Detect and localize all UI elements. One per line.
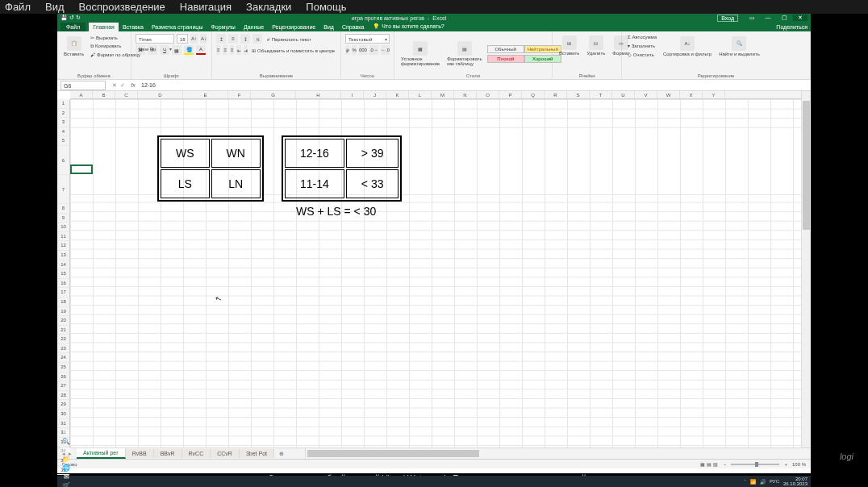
taskbar-app-icon[interactable]: ⊞ [61,428,72,437]
column-header[interactable]: I [341,91,364,98]
column-header[interactable]: K [386,91,409,98]
font-size-select[interactable]: 18 [177,34,188,44]
row-header[interactable]: 31 [57,419,69,429]
underline-icon[interactable]: Ч [160,45,169,55]
row-header[interactable]: 20 [57,316,69,326]
font-family-select[interactable]: Times New Ro [136,34,174,44]
wrap-text-button[interactable]: ↲ Переносить текст [265,35,313,43]
ribbon-tab[interactable]: Справка [338,23,368,31]
sort-filter-button[interactable]: A↓Сортировка и фильтр [661,35,714,58]
taskbar-app-icon[interactable]: 📁 [61,455,72,464]
taskbar-app-icon[interactable]: ⌨ [61,446,72,455]
column-header[interactable]: E [183,91,228,98]
column-header[interactable]: O [477,91,499,98]
column-header[interactable]: F [228,91,251,98]
orientation-icon[interactable]: ⤭ [252,34,262,44]
fx-icon[interactable]: fx [128,82,138,88]
ribbon-opts-icon[interactable]: ▭ [745,15,759,21]
tray-lang-icon[interactable]: РУС [770,479,779,484]
row-header[interactable]: 29 [57,400,69,410]
view-mode-icon[interactable]: ▤ [707,462,712,467]
row-header[interactable]: 6 [57,146,69,175]
horizontal-scrollbar[interactable] [305,448,811,459]
column-header[interactable]: D [138,91,183,98]
fill-button[interactable]: ▾ Заполнить [626,42,658,49]
dec-decimal-icon[interactable]: ←.0 [381,45,390,55]
column-header[interactable]: W [657,91,680,98]
tray-network-icon[interactable]: 📶 [750,479,756,485]
new-sheet-button[interactable]: ⊕ [274,451,289,457]
inc-decimal-icon[interactable]: .0→ [369,45,378,55]
player-menu-item[interactable]: Помощь [306,1,346,13]
player-menu-item[interactable]: Воспроизведение [79,1,165,13]
qa-toolbar[interactable]: 💾 ↺ ↻ [61,15,81,21]
ribbon-tab[interactable]: Вид [319,23,338,31]
sheet-tab[interactable]: 3bet Pot [240,449,274,458]
cancel-formula-icon[interactable]: ✕ [112,82,117,89]
taskbar-app-icon[interactable]: 🌐 [61,464,72,472]
percent-icon[interactable]: % [352,45,356,55]
align-left-icon[interactable]: ≡ [216,45,220,55]
cell-styles-gallery[interactable]: Обычный Нейтральный Плохой Хороший [487,45,561,63]
taskbar-app-icon[interactable]: 🛒 [61,481,72,487]
row-header[interactable]: 23 [57,344,69,354]
column-header[interactable]: S [567,91,590,98]
row-header[interactable]: 18 [57,298,69,307]
row-header[interactable]: 4 [57,127,69,137]
player-menu-item[interactable]: Файл [5,1,31,13]
sheet-tab[interactable]: RvBB [126,449,154,458]
sheet-tab[interactable]: CCvR [211,449,240,458]
taskbar-app-icon[interactable]: ✉ [61,472,72,481]
column-header[interactable]: H [296,91,341,98]
align-top-icon[interactable]: ↥ [216,34,226,44]
player-menu-item[interactable]: Закладки [246,1,291,13]
enter-formula-icon[interactable]: ✓ [120,82,125,89]
paste-button[interactable]: 📋Вставить [61,35,86,58]
windows-taskbar[interactable]: ⊞🔍⌨📁🌐✉🛒📊🟧🔵🟢🟠 ˄ 📶 🔊 РУС 20:07 26.10.2023 [57,476,811,487]
align-middle-icon[interactable]: ≡ [228,34,238,44]
column-header[interactable]: P [499,91,522,98]
row-header[interactable]: 12 [57,241,69,251]
autosum-button[interactable]: Σ Автосумма [626,34,658,40]
comma-icon[interactable]: 000 [359,45,367,55]
align-center-icon[interactable]: ≡ [223,45,227,55]
taskbar-app-icon[interactable]: 🔍 [61,437,72,446]
row-header[interactable]: 14 [57,260,69,270]
row-header[interactable]: 5 [57,136,69,146]
column-header[interactable]: V [635,91,657,98]
ribbon-tab[interactable]: Вставка [119,23,148,31]
row-header[interactable]: 28 [57,391,69,401]
align-right-icon[interactable]: ≡ [230,45,234,55]
column-header[interactable]: X [680,91,703,98]
scrollbar-thumb[interactable] [307,450,479,457]
maximize-icon[interactable]: ▢ [777,15,791,21]
grow-font-icon[interactable]: A↑ [190,34,198,44]
cell[interactable]: LS [161,169,210,198]
cell[interactable]: 12-16 [285,139,344,168]
clear-button[interactable]: ◇ Очистить [626,51,658,58]
row-header[interactable]: 8 [57,204,69,214]
ribbon-tab[interactable]: Рецензирование [268,23,319,31]
row-header[interactable]: 27 [57,381,69,391]
cell[interactable]: < 33 [346,169,399,198]
row-header[interactable]: 7 [57,175,69,204]
row-header[interactable]: 19 [57,307,69,317]
file-tab[interactable]: Файл [61,23,86,31]
number-format-select[interactable]: Текстовый [345,34,390,44]
tray-chevron-icon[interactable]: ˄ [744,479,746,485]
cell[interactable]: LN [211,169,261,198]
column-header[interactable]: Q [522,91,545,98]
column-header[interactable]: L [409,91,432,98]
row-header[interactable]: 25 [57,363,69,373]
row-header[interactable]: 3 [57,118,69,127]
merge-center-button[interactable]: ⊞ Объединить и поместить в центре [250,47,336,54]
vertical-scrollbar[interactable] [801,91,811,447]
player-menu-item[interactable]: Навигация [180,1,232,13]
close-icon[interactable]: ✕ [793,15,807,21]
row-header[interactable]: 13 [57,251,69,260]
currency-icon[interactable]: ₽ [345,45,349,55]
indent-inc-icon[interactable]: ⇥ [244,45,248,55]
column-header[interactable]: R [545,91,567,98]
row-header[interactable]: 26 [57,373,69,382]
column-header[interactable]: T [590,91,612,98]
